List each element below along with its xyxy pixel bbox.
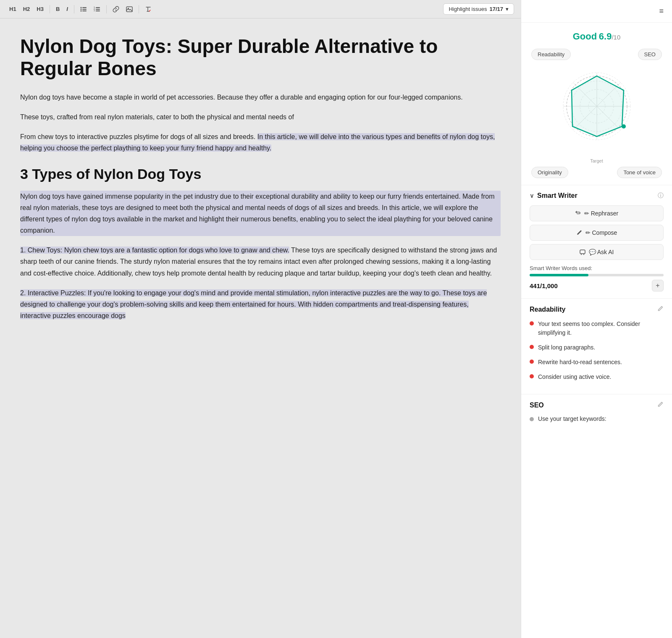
compose-label: ✏ Compose: [585, 229, 617, 236]
highlight-issues-button[interactable]: Highlight issues 17/17 ▾: [443, 3, 514, 15]
highlight-label: Highlight issues: [449, 6, 487, 12]
readability-item-2: Rewrite hard-to-read sentences.: [530, 358, 664, 367]
ask-ai-label: 💬 Ask AI: [589, 249, 614, 255]
seo-item-0: Use your target keywords:: [530, 415, 664, 422]
seo-title: SEO: [530, 402, 544, 409]
seo-header: SEO: [530, 401, 664, 410]
highlighted-text-3: 2. Interactive Puzzles: If you're lookin…: [20, 289, 487, 319]
progress-bar: [530, 274, 588, 276]
article-title[interactable]: Nylon Dog Toys: Super Durable Alternativ…: [20, 35, 501, 80]
rephraser-button[interactable]: ✏ Rephraser: [530, 205, 664, 221]
bullet-dot-3: [530, 374, 534, 378]
ordered-list-icon[interactable]: 1.2.3.: [91, 4, 103, 14]
smart-writer-section: ∨ Smart Writer ⓘ ✏ Rephraser ✏ Compose 💬…: [521, 185, 672, 299]
readability-text-3: Consider using active voice.: [538, 373, 611, 381]
paragraph-4[interactable]: Nylon dog toys have gained immense popul…: [20, 191, 501, 236]
link-icon[interactable]: [110, 4, 122, 14]
highlighted-text-2: 1. Chew Toys: Nylon chew toys are a fant…: [20, 247, 289, 254]
svg-rect-3: [82, 9, 87, 10]
article-subheading[interactable]: 3 Types of Nylon Dog Toys: [20, 166, 501, 182]
clear-format-icon[interactable]: [142, 4, 154, 14]
highlight-count: 17/17: [489, 6, 503, 12]
svg-point-24: [622, 124, 626, 129]
radar-container: [551, 64, 643, 157]
score-max: /10: [612, 34, 620, 41]
bullet-dot-0: [530, 321, 534, 326]
score-good-label: Good: [573, 31, 597, 42]
score-title: Good 6.9/10: [573, 31, 621, 42]
readability-edit-icon[interactable]: [657, 305, 664, 314]
svg-point-4: [80, 10, 81, 11]
bullet-dot-1: [530, 345, 534, 349]
seo-tab[interactable]: SEO: [638, 49, 662, 60]
readability-text-2: Rewrite hard-to-read sentences.: [538, 358, 622, 367]
readability-title: Readability: [530, 306, 565, 313]
sidebar-header: ≡: [521, 0, 672, 23]
toolbar-divider-1: [50, 5, 50, 13]
score-value: 6.9: [599, 31, 612, 42]
smart-writer-title: Smart Writer: [537, 192, 578, 200]
toolbar-divider-3: [106, 5, 107, 13]
words-count-row: 441/1,000 +: [530, 280, 664, 291]
originality-tab[interactable]: Originality: [531, 167, 568, 178]
menu-icon[interactable]: ≡: [657, 5, 665, 17]
bold-button[interactable]: B: [53, 4, 62, 14]
words-used-label: Smart Writer Words used:: [530, 265, 664, 271]
toolbar: H1 H2 H3 B I 1.2.3. Highlight issues 17/…: [0, 0, 521, 18]
ask-ai-button[interactable]: 💬 Ask AI: [530, 244, 664, 260]
seo-edit-icon[interactable]: [657, 401, 664, 410]
svg-text:3.: 3.: [94, 9, 95, 12]
info-icon[interactable]: ⓘ: [658, 192, 664, 200]
paragraph-3[interactable]: From chew toys to interactive puzzles pl…: [20, 131, 501, 154]
rephraser-label: ✏ Rephraser: [584, 210, 618, 217]
h2-button[interactable]: H2: [21, 4, 33, 14]
sidebar: ≡ Good 6.9/10 Readability SEO: [521, 0, 672, 638]
collapse-icon[interactable]: ∨: [530, 192, 534, 199]
article-body: Nylon dog toys have become a staple in w…: [20, 92, 501, 322]
svg-rect-7: [96, 7, 100, 8]
toolbar-divider-2: [74, 5, 74, 13]
paragraph-1[interactable]: Nylon dog toys have become a staple in w…: [20, 92, 501, 103]
seo-section: SEO Use your target keywords:: [521, 394, 672, 429]
svg-point-2: [80, 8, 81, 10]
image-icon[interactable]: [123, 4, 135, 14]
toolbar-divider-4: [139, 5, 139, 13]
compose-button[interactable]: ✏ Compose: [530, 225, 664, 241]
italic-button[interactable]: I: [64, 4, 71, 14]
tone-of-voice-tab[interactable]: Tone of voice: [617, 167, 662, 178]
paragraph-6[interactable]: 2. Interactive Puzzles: If you're lookin…: [20, 287, 501, 322]
target-label: Target: [590, 158, 603, 163]
unordered-list-icon[interactable]: [78, 4, 89, 14]
readability-item-3: Consider using active voice.: [530, 373, 664, 381]
paragraph-5[interactable]: 1. Chew Toys: Nylon chew toys are a fant…: [20, 244, 501, 279]
words-used-value: 441: [530, 282, 540, 289]
radar-top-labels: Readability SEO: [531, 49, 662, 60]
readability-item-0: Your text seems too complex. Consider si…: [530, 320, 664, 337]
bullet-dot-2: [530, 360, 534, 364]
h3-button[interactable]: H3: [34, 4, 46, 14]
editor-panel: H1 H2 H3 B I 1.2.3. Highlight issues 17/…: [0, 0, 521, 638]
radar-chart: [551, 64, 643, 148]
readability-header: Readability: [530, 305, 664, 314]
svg-rect-9: [96, 9, 100, 10]
readability-text-0: Your text seems too complex. Consider si…: [538, 320, 664, 337]
editor-content[interactable]: Nylon Dog Toys: Super Durable Alternativ…: [0, 18, 521, 638]
svg-point-0: [80, 7, 81, 8]
highlighted-text-1: In this article, we will delve into the …: [20, 133, 495, 152]
svg-rect-1: [82, 7, 87, 8]
rephraser-icon: [575, 210, 581, 216]
readability-tab[interactable]: Readability: [531, 49, 571, 60]
readability-text-1: Split long paragraphs.: [538, 343, 595, 352]
h1-button[interactable]: H1: [7, 4, 19, 14]
words-total-value: 1,000: [542, 282, 558, 289]
score-section: Good 6.9/10 Readability SEO: [521, 23, 672, 185]
expand-button[interactable]: +: [652, 280, 664, 291]
svg-rect-5: [82, 11, 87, 11]
progress-bar-container: [530, 274, 664, 276]
svg-marker-23: [572, 76, 624, 137]
compose-icon: [576, 230, 582, 236]
radar-bottom-labels: Originality Tone of voice: [531, 167, 662, 178]
paragraph-2[interactable]: These toys, crafted from real nylon mate…: [20, 111, 501, 123]
readability-item-1: Split long paragraphs.: [530, 343, 664, 352]
seo-bullet-dot-0: [530, 417, 534, 421]
